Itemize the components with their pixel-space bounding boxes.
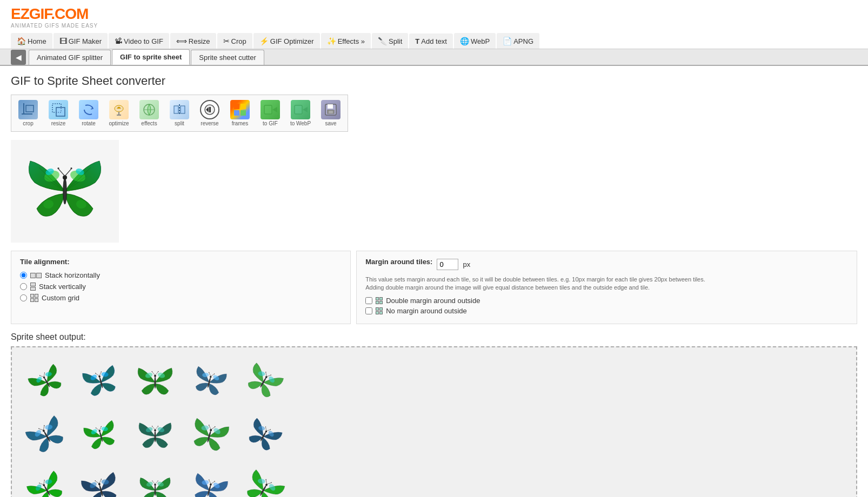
svg-marker-21 [272,107,277,112]
tab-gif-to-sprite-sheet[interactable]: GIF to sprite sheet [112,49,190,65]
save-label: save [325,120,336,126]
svg-point-143 [157,480,158,481]
nav-home[interactable]: 🏠 Home [11,33,52,49]
resize-nav-icon: ⟺ [176,37,187,45]
svg-rect-12 [181,106,185,113]
tab-sprite-sheet-cutter[interactable]: Sprite sheet cutter [191,50,264,65]
stack-horizontally-radio[interactable] [20,272,27,279]
nav-gif-optimizer[interactable]: ⚡ GIF Optimizer [253,33,320,49]
svg-point-135 [101,479,102,480]
main-nav: 🏠 Home 🎞 GIF Maker 📽 Video to GIF ⟺ Resi… [11,33,857,49]
double-margin-checkbox[interactable] [365,297,372,304]
svg-point-77 [265,372,266,373]
optimize-label: optimize [109,120,129,126]
nav-split-label: Split [389,37,402,45]
svg-point-115 [265,430,268,433]
logo-text: EZGIF.COM [11,5,88,22]
sprite-output [11,346,857,497]
svg-point-39 [70,167,72,169]
sprite-cell [128,464,182,497]
svg-point-69 [209,372,210,373]
margin-unit: px [463,260,470,268]
margin-box: Margin around tiles: px This value sets … [356,251,857,324]
margin-description: This value sets margin around each tile,… [365,276,848,292]
tab-animated-gif-splitter[interactable]: Animated GIF splitter [29,50,111,65]
tool-reverse[interactable]: reverse [195,97,224,129]
crop-label: crop [23,120,33,126]
tool-to-webp[interactable]: to WebP [286,97,315,129]
nav-add-text-label: Add text [421,37,447,45]
header: EZGIF.COM ANIMATED GIFS MADE EASY 🏠 Home… [0,0,868,49]
no-margin-label: No margin around outside [386,307,467,315]
crop-icon [18,100,38,119]
stack-horizontally-option[interactable]: Stack horizontally [20,271,342,279]
sprite-grid [20,355,848,497]
svg-point-47 [44,372,45,373]
sprite-cell [182,464,236,497]
nav-crop[interactable]: ✂ Crop [217,33,252,49]
svg-point-83 [42,429,45,432]
tool-split[interactable]: split [165,97,194,129]
stack-horizontally-label: Stack horizontally [45,271,100,279]
custom-grid-radio[interactable] [20,294,27,301]
main-content: GIF to Sprite Sheet converter crop resiz… [0,66,868,497]
svg-rect-2 [26,105,34,112]
sprite-cell [74,355,128,409]
nav-home-label: Home [28,37,46,45]
nav-video-to-gif[interactable]: 📽 Video to GIF [109,33,169,49]
nav-split[interactable]: 🔪 Split [372,33,408,49]
tool-effects[interactable]: effects [135,97,164,129]
add-text-icon: T [415,37,419,45]
nav-webp-label: WebP [471,37,490,45]
home-icon: 🏠 [17,37,26,45]
resize-icon [49,100,68,119]
svg-rect-18 [234,110,239,116]
svg-marker-23 [303,107,308,112]
nav-webp[interactable]: 🌐 WebP [454,33,496,49]
no-margin-option[interactable]: No margin around outside [365,307,848,315]
tool-rotate[interactable]: rotate [74,97,103,129]
nav-gif-maker[interactable]: 🎞 GIF Maker [54,33,108,49]
svg-point-123 [43,483,45,486]
svg-point-157 [265,479,266,480]
svg-point-109 [209,425,210,426]
frames-label: frames [232,120,249,126]
tool-to-gif[interactable]: to GIF [256,97,285,129]
svg-point-141 [152,480,152,481]
nav-resize[interactable]: ⟺ Resize [170,33,216,49]
effects-label: effects [141,120,157,126]
stack-vertically-option[interactable]: Stack vertically [20,283,342,291]
preview-area [11,140,119,243]
nav-add-text[interactable]: T Add text [409,33,453,49]
tool-resize[interactable]: resize [44,97,73,129]
svg-point-103 [158,426,158,426]
no-margin-checkbox[interactable] [365,307,372,314]
toolbar: crop resize rotate optimize [11,95,348,132]
svg-point-138 [155,485,156,496]
svg-point-95 [101,426,102,427]
svg-point-55 [101,371,102,372]
tool-frames[interactable]: frames [225,97,255,129]
svg-point-101 [152,426,152,426]
margin-row: Margin around tiles: px [365,258,848,271]
custom-grid-option[interactable]: Custom grid [20,294,342,302]
rotate-label: rotate [82,120,96,126]
sprite-cell [20,355,74,409]
nav-effects[interactable]: ✨ Effects » [321,33,371,49]
nav-apng[interactable]: 📄 APNG [497,33,539,49]
double-margin-option[interactable]: Double margin around outside [365,297,848,305]
tool-save[interactable]: save [316,97,345,129]
svg-point-127 [44,480,45,481]
svg-rect-25 [328,104,333,109]
svg-point-139 [154,483,156,485]
logo[interactable]: EZGIF.COM ANIMATED GIFS MADE EASY [11,5,98,29]
margin-input[interactable] [437,259,458,270]
svg-point-63 [158,371,159,372]
double-margin-label: Double margin around outside [386,297,480,305]
to-gif-label: to GIF [263,120,278,126]
subnav-back-button[interactable]: ◀ [11,50,26,65]
tool-crop[interactable]: crop [14,97,43,129]
tool-optimize[interactable]: optimize [104,97,133,129]
stack-vertically-radio[interactable] [20,283,27,290]
frames-icon [230,100,250,119]
